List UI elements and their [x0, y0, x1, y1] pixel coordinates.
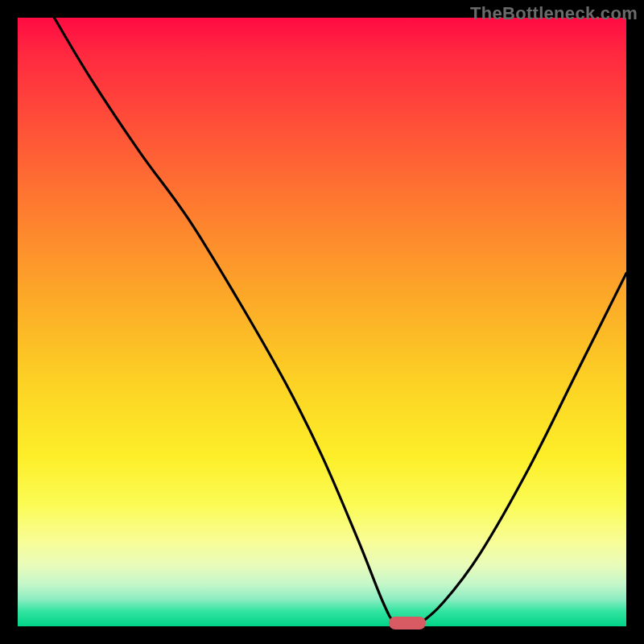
bottleneck-marker [389, 617, 426, 630]
watermark-text: TheBottleneck.com [470, 3, 638, 24]
bottleneck-curve-svg [18, 18, 626, 626]
chart-plot-area [18, 18, 626, 626]
chart-stage: TheBottleneck.com [0, 0, 644, 644]
bottleneck-curve-path [54, 18, 626, 625]
